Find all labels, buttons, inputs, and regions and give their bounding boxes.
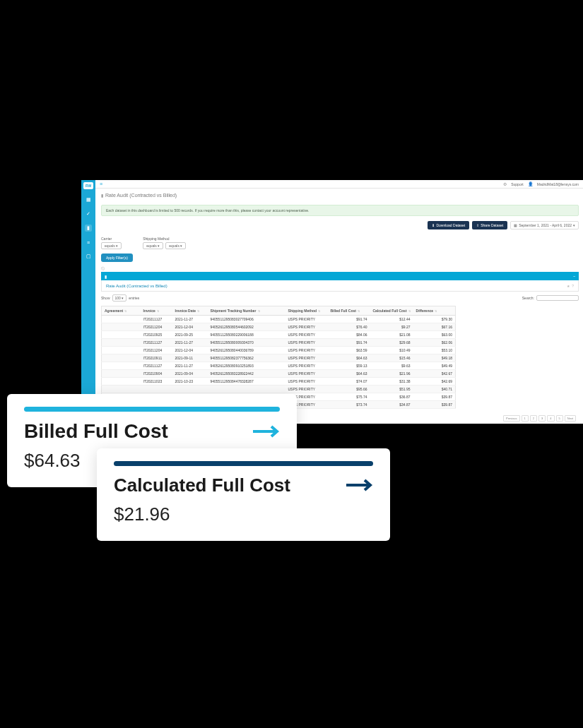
barchart-icon: ▮ xyxy=(101,193,103,198)
pagination-page[interactable]: 5 xyxy=(556,415,563,422)
col-shipping-method[interactable]: Shipping Method⇅ xyxy=(285,306,328,316)
share-dataset-button[interactable]: ⇪ Share Dataset xyxy=(472,221,507,229)
carrier-operator[interactable]: equals ▾ xyxy=(101,242,122,249)
help-icon[interactable]: ? xyxy=(572,284,574,288)
col-calculated[interactable]: Calculated Full Cost⇅ xyxy=(370,306,413,316)
entries-select[interactable]: 100 ▾ xyxy=(112,294,127,302)
date-range-text: September 1, 2021 - April 6, 2022 xyxy=(519,223,572,227)
pagination-page[interactable]: 2 xyxy=(530,415,537,422)
table-row[interactable]: IT202109112021-09-1194055112950823777563… xyxy=(102,354,456,362)
pagination-page[interactable]: 3 xyxy=(538,415,546,422)
arrow-right-icon xyxy=(252,421,280,443)
info-banner: Each dataset in this dashboard is limite… xyxy=(101,205,579,216)
info-row: ⓘ xyxy=(101,266,579,272)
col-invoice-date[interactable]: Invoice Date⇅ xyxy=(172,306,208,316)
panel-title: Rate Audit (Contracted vs Billed) xyxy=(106,284,167,288)
user-email[interactable]: MadridMat18@lensys.com xyxy=(537,182,579,186)
callout-title: Billed Full Cost xyxy=(24,420,168,443)
table-row[interactable]: IT202111272021-11-2794055112950800093043… xyxy=(102,339,456,347)
check-icon[interactable]: ✓ xyxy=(85,210,92,217)
arrow-right-icon xyxy=(345,475,373,496)
callout-accent-bar xyxy=(24,407,280,412)
app-window: RW ▦ ✓ ▮ ≡ ▢ ≡ ⚙ Support 👤 MadridMat18@l… xyxy=(81,180,583,424)
apply-filters-button[interactable]: Apply Filter(s) xyxy=(101,253,133,262)
col-tracking[interactable]: Shipment Tracking Number⇅ xyxy=(208,306,285,316)
callout-calculated-full-cost: Calculated Full Cost $21.96 xyxy=(97,448,390,541)
date-range-picker[interactable]: ▦ September 1, 2021 - April 6, 2022 ▾ xyxy=(510,221,579,229)
list-icon[interactable]: ≡ xyxy=(85,239,92,246)
download-icon: ⬇ xyxy=(432,223,435,227)
pagination-next[interactable]: Next xyxy=(565,415,576,422)
search-label: Search: xyxy=(522,296,534,300)
dashboard-icon[interactable]: ▦ xyxy=(85,196,92,203)
minimize-icon[interactable]: – xyxy=(573,274,575,278)
col-difference[interactable]: Difference⇅ xyxy=(413,306,456,316)
info-icon[interactable]: ⓘ xyxy=(101,266,105,270)
panel-subheader: Rate Audit (Contracted vs Billed) ★ ? xyxy=(101,280,579,292)
table-row[interactable]: IT202112042021-12-0494052612950804400367… xyxy=(102,347,456,354)
col-billed[interactable]: Billed Full Cost⇅ xyxy=(328,306,370,316)
callout-title: Calculated Full Cost xyxy=(114,475,290,496)
chart-icon[interactable]: ▮ xyxy=(85,225,92,232)
col-agreement[interactable]: Agreement⇅ xyxy=(102,306,141,316)
download-label: Download Dataset xyxy=(436,223,465,227)
table-row[interactable]: IT202112042021-12-0494052612950805446020… xyxy=(102,323,456,331)
table-controls: Show 100 ▾ entries Search: xyxy=(101,294,579,302)
col-invoice[interactable]: Invoice⇅ xyxy=(141,306,172,316)
table-row[interactable]: IT202109042021-09-0494052612950832289224… xyxy=(102,370,456,378)
shipping-method-label: Shipping Method xyxy=(143,237,186,241)
info-banner-text: Each dataset in this dashboard is limite… xyxy=(106,208,309,213)
share-icon: ⇪ xyxy=(476,223,479,227)
sidebar: RW ▦ ✓ ▮ ≡ ▢ xyxy=(81,180,95,424)
user-icon: 👤 xyxy=(528,181,533,186)
chevron-down-icon: ▾ xyxy=(573,223,575,227)
pagination-page[interactable]: 4 xyxy=(547,415,554,422)
entries-label: entries xyxy=(129,296,139,300)
gear-icon[interactable]: ⚙ xyxy=(503,181,507,186)
folder-icon[interactable]: ▢ xyxy=(85,253,92,260)
table-row[interactable]: IT202110232021-10-2394055112950844783282… xyxy=(102,378,456,386)
table-row[interactable]: IT202111272021-11-2794055112950830277094… xyxy=(102,316,456,323)
toolbar: ⬇ Download Dataset ⇪ Share Dataset ▦ Sep… xyxy=(101,221,579,229)
shipping-operator[interactable]: equals ▾ xyxy=(143,242,163,249)
table-row[interactable]: USPS PRIORITY$95.66$51.95$40.71 xyxy=(102,386,456,393)
share-label: Share Dataset xyxy=(481,223,503,227)
table-header-row: Agreement⇅ Invoice⇅ Invoice Date⇅ Shipme… xyxy=(102,306,456,316)
pagination-page[interactable]: 1 xyxy=(522,415,529,422)
panel-header: ▮ – xyxy=(101,272,579,280)
carrier-label: Carrier xyxy=(101,237,122,241)
callout-value: $21.96 xyxy=(114,503,373,525)
table-row[interactable]: IT202111272021-11-2794052612950809102518… xyxy=(102,362,456,370)
callout-accent-bar xyxy=(114,461,373,466)
app-logo[interactable]: RW xyxy=(83,182,93,189)
table-row[interactable]: IT202109252021-09-2594055112950802290061… xyxy=(102,331,456,339)
calendar-icon: ▦ xyxy=(514,223,517,227)
shipping-value[interactable]: equals ▾ xyxy=(165,242,186,249)
download-dataset-button[interactable]: ⬇ Download Dataset xyxy=(428,221,469,229)
barchart-icon: ▮ xyxy=(105,274,107,279)
favorite-icon[interactable]: ★ xyxy=(567,284,570,288)
search-input[interactable] xyxy=(536,295,579,301)
filter-carrier: Carrier equals ▾ xyxy=(101,237,122,249)
page-title: Rate Audit (Contracted vs Billed) xyxy=(105,193,177,198)
breadcrumb: ▮ Rate Audit (Contracted vs Billed) xyxy=(101,193,177,198)
filter-shipping-method: Shipping Method equals ▾ equals ▾ xyxy=(143,237,186,249)
show-label: Show xyxy=(101,296,110,300)
filters: Carrier equals ▾ Shipping Method equals … xyxy=(101,237,186,249)
pagination: Previous 1 2 3 4 5 Next xyxy=(503,415,576,422)
support-link[interactable]: Support xyxy=(511,182,524,186)
topbar: ≡ ⚙ Support 👤 MadridMat18@lensys.com xyxy=(95,180,583,189)
pagination-previous[interactable]: Previous xyxy=(503,415,520,422)
menu-toggle-icon[interactable]: ≡ xyxy=(100,181,105,187)
